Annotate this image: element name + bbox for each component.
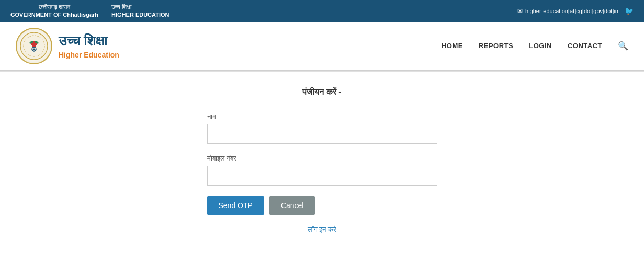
email-link[interactable]: ✉ higher-education[at]cg[dot]gov[dot]in [517, 7, 618, 15]
header-title: उच्च शिक्षा Higher Education [59, 32, 119, 60]
twitter-icon[interactable]: 🐦 [625, 7, 634, 15]
nav-login[interactable]: LOGIN [529, 42, 552, 50]
registration-form: नाम मोबाइल नंबर Send OTP Cancel लॉग इन क… [207, 112, 437, 234]
main-nav: HOME REPORTS LOGIN CONTACT 🔍 [442, 41, 628, 51]
top-bar-right: ✉ higher-education[at]cg[dot]gov[dot]in … [517, 7, 634, 15]
svg-point-9 [33, 49, 35, 50]
login-link[interactable]: लॉग इन करे [207, 225, 437, 234]
edu-name: उच्च शिक्षा HIGHER EDUCATION [111, 3, 169, 19]
eng-subtitle: Higher Education [59, 50, 119, 60]
top-bar-left: छत्तीसगढ़ शासन GOVERNMENT OF Chhattisgar… [10, 3, 169, 19]
mobile-label: मोबाइल नंबर [207, 154, 437, 163]
form-buttons: Send OTP Cancel [207, 196, 437, 215]
email-icon: ✉ [517, 7, 523, 15]
page-title: पंजीयन करें - [97, 87, 547, 97]
nav-home[interactable]: HOME [442, 42, 463, 50]
name-input[interactable] [207, 124, 437, 144]
header-left: उच्च शिक्षा Higher Education [16, 28, 119, 64]
nav-contact[interactable]: CONTACT [568, 42, 602, 50]
emblem-svg [20, 32, 48, 60]
top-bar-divider [105, 3, 105, 19]
mobile-input[interactable] [207, 166, 437, 186]
mobile-field-group: मोबाइल नंबर [207, 154, 437, 186]
logo-emblem [16, 28, 52, 64]
logo-inner [18, 30, 50, 62]
name-field-group: नाम [207, 112, 437, 144]
main-content: पंजीयन करें - नाम मोबाइल नंबर Send OTP C… [87, 72, 558, 249]
search-button[interactable]: 🔍 [618, 41, 628, 51]
send-otp-button[interactable]: Send OTP [207, 196, 264, 215]
header: उच्च शिक्षा Higher Education HOME REPORT… [0, 22, 644, 70]
gov-name: छत्तीसगढ़ शासन GOVERNMENT OF Chhattisgar… [10, 3, 98, 19]
hindi-title: उच्च शिक्षा [59, 32, 119, 50]
name-label: नाम [207, 112, 437, 121]
nav-reports[interactable]: REPORTS [479, 42, 513, 50]
cancel-button[interactable]: Cancel [269, 196, 315, 215]
top-bar: छत्तीसगढ़ शासन GOVERNMENT OF Chhattisgar… [0, 0, 644, 22]
